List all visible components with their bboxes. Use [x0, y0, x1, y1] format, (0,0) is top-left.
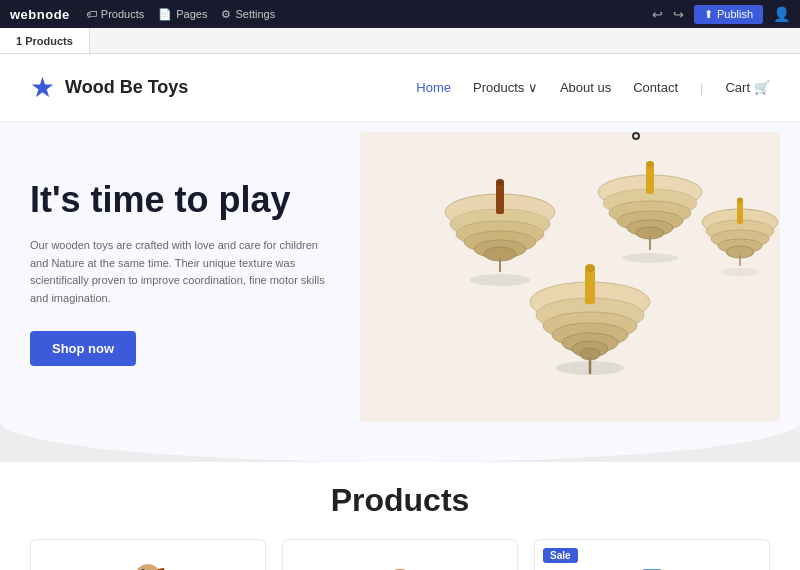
nav-cart[interactable]: Cart 🛒	[725, 80, 770, 95]
sale-badge: Sale	[543, 548, 578, 563]
svg-rect-7	[496, 182, 504, 214]
site-nav-links: Home Products ∨ About us Contact | Cart …	[416, 80, 770, 95]
nav-divider: |	[700, 80, 703, 95]
toolbar-right: ↩ ↪ ⬆ Publish 👤	[652, 5, 790, 24]
toolbar: webnode 🏷 Products 📄 Pages ⚙ Settings ↩ …	[0, 0, 800, 28]
svg-rect-16	[646, 164, 654, 194]
tabbar: 1 Products	[0, 28, 800, 54]
chevron-down-icon: ∨	[528, 80, 538, 95]
svg-rect-34	[585, 268, 595, 304]
site-nav: ★ Wood Be Toys Home Products ∨ About us …	[0, 54, 800, 122]
hero-description: Our wooden toys are crafted with love an…	[30, 237, 330, 307]
product-card-3[interactable]: Sale	[534, 539, 770, 570]
site-logo: ★ Wood Be Toys	[30, 71, 188, 104]
svg-rect-0	[360, 132, 780, 422]
svg-point-25	[737, 198, 743, 203]
product-image-1	[108, 554, 188, 570]
svg-rect-24	[737, 200, 743, 224]
undo-button[interactable]: ↩	[652, 7, 663, 22]
product-card-2[interactable]	[282, 539, 518, 570]
publish-button[interactable]: ⬆ Publish	[694, 5, 763, 24]
svg-point-43	[136, 564, 160, 570]
hero-image	[360, 132, 780, 422]
tab-products[interactable]: 1 Products	[0, 28, 90, 53]
svg-point-38	[622, 253, 678, 263]
upload-icon: ⬆	[704, 8, 713, 21]
nav-home[interactable]: Home	[416, 80, 451, 95]
redo-button[interactable]: ↪	[673, 7, 684, 22]
products-heading: Products	[30, 482, 770, 519]
svg-point-40	[720, 268, 760, 276]
svg-point-37	[470, 274, 530, 286]
tag-icon: 🏷	[86, 8, 97, 20]
star-icon: ★	[30, 71, 55, 104]
toolbar-nav-pages[interactable]: 📄 Pages	[158, 8, 207, 21]
cart-icon: 🛒	[754, 80, 770, 95]
hero-title: It's time to play	[30, 178, 330, 221]
settings-icon: ⚙	[221, 8, 231, 21]
products-grid: Sale	[30, 539, 770, 570]
svg-point-17	[646, 161, 654, 167]
pages-icon: 📄	[158, 8, 172, 21]
svg-point-39	[556, 361, 624, 375]
shop-now-button[interactable]: Shop now	[30, 331, 136, 366]
spinning-tops-illustration	[360, 132, 780, 422]
nav-about[interactable]: About us	[560, 80, 611, 95]
svg-point-8	[496, 179, 504, 185]
products-section: Products Sale	[0, 462, 800, 570]
product-card-1[interactable]	[30, 539, 266, 570]
nav-products[interactable]: Products ∨	[473, 80, 538, 95]
nav-contact[interactable]: Contact	[633, 80, 678, 95]
user-avatar[interactable]: 👤	[773, 6, 790, 22]
wave-divider	[0, 422, 800, 462]
hero-section: It's time to play Our wooden toys are cr…	[0, 122, 800, 422]
hero-content: It's time to play Our wooden toys are cr…	[30, 178, 330, 367]
webnode-logo: webnode	[10, 7, 70, 22]
product-image-2	[360, 554, 440, 570]
toolbar-nav-settings[interactable]: ⚙ Settings	[221, 8, 275, 21]
product-image-3	[612, 554, 692, 570]
site-name: Wood Be Toys	[65, 77, 188, 98]
toolbar-nav-products[interactable]: 🏷 Products	[86, 8, 144, 20]
svg-point-35	[585, 264, 595, 272]
toolbar-nav: 🏷 Products 📄 Pages ⚙ Settings	[86, 8, 275, 21]
